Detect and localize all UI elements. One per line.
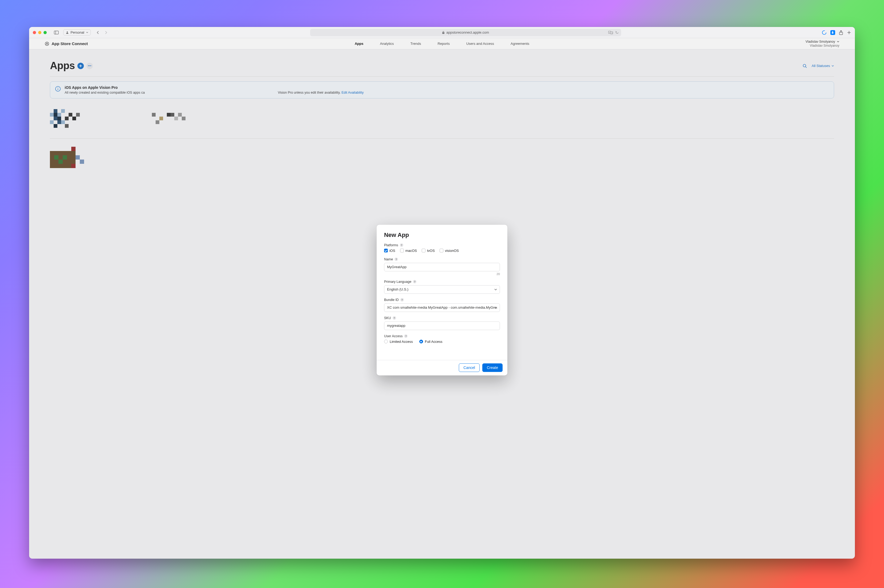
profile-label: Personal [71,30,84,34]
sku-label: SKU [384,316,391,320]
help-icon[interactable]: ? [393,316,396,320]
sku-input[interactable] [384,321,500,330]
modal-footer: Cancel Create [377,360,507,375]
svg-rect-3 [442,32,444,34]
profile-switcher[interactable]: Personal [63,29,90,36]
create-button[interactable]: Create [482,363,503,372]
sidebar-toggle-button[interactable] [52,29,61,36]
name-label: Name [384,258,393,261]
downloads-icon[interactable] [822,30,827,35]
help-icon[interactable]: ? [400,298,404,302]
bundle-id-select[interactable] [384,303,500,312]
window-controls [33,31,47,34]
reload-icon[interactable] [615,31,619,34]
platforms-label: Platforms [384,243,398,247]
svg-point-8 [822,31,826,34]
maximize-window-button[interactable] [44,31,47,34]
limited-access-radio[interactable]: Limited Access [384,340,413,344]
address-text: appstoreconnect.apple.com [446,30,489,34]
svg-text:文: 文 [611,32,613,34]
platform-ios-checkbox[interactable]: iOS [384,249,395,253]
svg-point-2 [67,32,68,33]
name-char-counter: 20 [384,272,500,276]
platform-macos-checkbox[interactable]: macOS [400,249,417,253]
minimize-window-button[interactable] [38,31,41,34]
platform-tvos-checkbox[interactable]: tvOS [422,249,435,253]
help-icon[interactable]: ? [413,280,416,284]
svg-point-10 [833,33,833,33]
cancel-button[interactable]: Cancel [459,363,480,372]
user-access-label: User Access [384,334,402,338]
person-icon [66,31,69,34]
modal-title: New App [384,232,500,238]
help-icon[interactable]: ? [404,334,408,338]
new-app-modal: New App Platforms? iOS macOS tvOS vision… [377,225,507,375]
svg-text:A: A [609,32,610,33]
help-icon[interactable]: ? [400,243,403,247]
svg-rect-0 [54,31,59,34]
safari-window: Personal appstoreconnect.apple.com A文 [29,27,855,558]
browser-toolbar: Personal appstoreconnect.apple.com A文 [29,27,855,38]
lock-icon [442,31,445,34]
platform-visionos-checkbox[interactable]: visionOS [440,249,459,253]
name-input[interactable] [384,263,500,272]
language-label: Primary Language [384,280,411,284]
platforms-options: iOS macOS tvOS visionOS [384,249,500,253]
chevron-down-icon [86,31,89,34]
close-window-button[interactable] [33,31,36,34]
svg-point-9 [832,33,833,33]
new-tab-icon[interactable] [847,30,851,34]
help-icon[interactable]: ? [395,258,398,261]
nav-forward-button[interactable] [102,29,110,36]
share-icon[interactable] [839,30,843,35]
full-access-radio[interactable]: Full Access [419,340,443,344]
language-select[interactable] [384,285,500,294]
bundle-label: Bundle ID [384,298,399,302]
nav-back-button[interactable] [95,29,101,36]
translate-icon[interactable]: A文 [608,31,613,34]
extension-icon[interactable] [830,30,835,35]
address-bar[interactable]: appstoreconnect.apple.com A文 [310,29,621,36]
